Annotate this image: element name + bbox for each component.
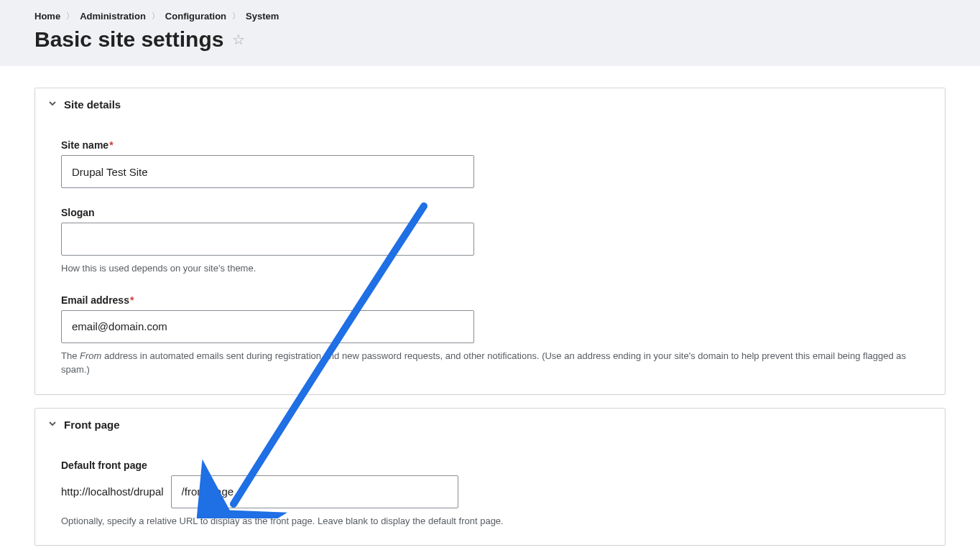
chevron-down-icon: [48, 419, 57, 430]
front-page-prefix: http://localhost/drupal: [61, 485, 164, 498]
chevron-right-icon: 〉: [232, 11, 240, 22]
breadcrumb: Home 〉 Administration 〉 Configuration 〉 …: [34, 11, 946, 22]
email-help: The From address in automated emails sen…: [61, 349, 919, 377]
page-title: Basic site settings: [34, 27, 223, 52]
email-input[interactable]: [61, 310, 474, 343]
form-item-email: Email address* The From address in autom…: [61, 294, 919, 377]
chevron-down-icon: [48, 99, 57, 110]
required-marker: *: [109, 139, 113, 151]
slogan-label: Slogan: [61, 207, 919, 218]
required-marker: *: [130, 294, 134, 306]
fieldset-front-page: Front page Default front page http://loc…: [34, 408, 946, 546]
fieldset-body-front-page: Default front page http://localhost/drup…: [35, 460, 945, 546]
fieldset-site-details: Site details Site name* Slogan How this …: [34, 88, 946, 395]
default-front-page-input[interactable]: [171, 475, 458, 508]
form-item-default-front-page: Default front page http://localhost/drup…: [61, 460, 919, 528]
content-region: Site details Site name* Slogan How this …: [0, 66, 980, 550]
breadcrumb-system[interactable]: System: [246, 11, 279, 22]
fieldset-toggle-front-page[interactable]: Front page: [35, 409, 945, 441]
slogan-input[interactable]: [61, 223, 474, 256]
site-name-input[interactable]: [61, 155, 474, 188]
chevron-right-icon: 〉: [66, 11, 74, 22]
fieldset-body-site-details: Site name* Slogan How this is used depen…: [35, 139, 945, 394]
site-name-label: Site name*: [61, 139, 919, 151]
fieldset-title: Front page: [64, 419, 120, 431]
email-label: Email address*: [61, 294, 919, 306]
breadcrumb-administration[interactable]: Administration: [80, 11, 146, 22]
breadcrumb-configuration[interactable]: Configuration: [165, 11, 226, 22]
header-region: Home 〉 Administration 〉 Configuration 〉 …: [0, 0, 980, 66]
fieldset-title: Site details: [64, 98, 121, 111]
star-icon[interactable]: ☆: [232, 31, 245, 48]
chevron-right-icon: 〉: [152, 11, 160, 22]
form-item-slogan: Slogan How this is used depends on your …: [61, 207, 919, 276]
page-title-row: Basic site settings ☆: [34, 27, 946, 52]
fieldset-toggle-site-details[interactable]: Site details: [35, 88, 945, 121]
default-front-page-help: Optionally, specify a relative URL to di…: [61, 514, 919, 528]
form-item-site-name: Site name*: [61, 139, 919, 188]
breadcrumb-home[interactable]: Home: [34, 11, 60, 22]
default-front-page-label: Default front page: [61, 460, 919, 471]
slogan-help: How this is used depends on your site's …: [61, 261, 919, 276]
